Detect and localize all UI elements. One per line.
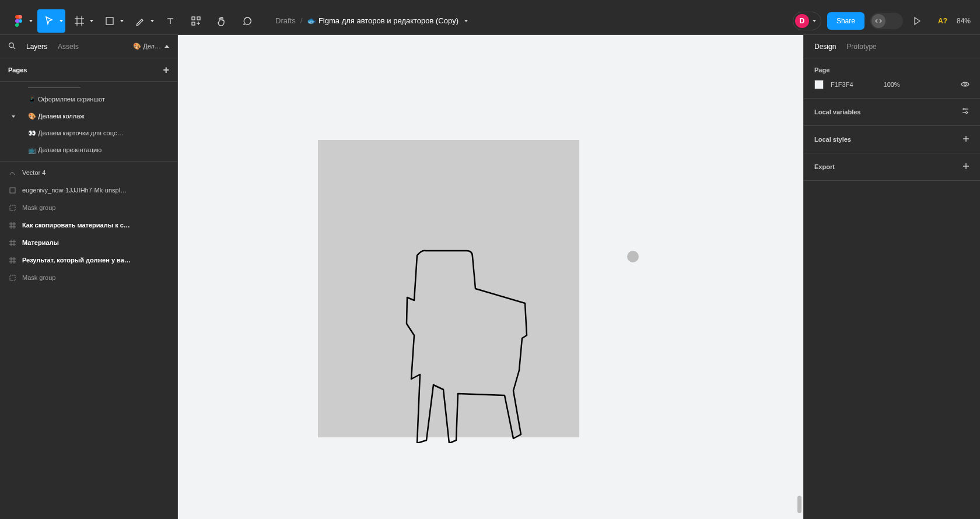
local-variables-title: Local variables <box>814 108 861 115</box>
layer-item[interactable]: Результат, который должен у ва… <box>0 251 177 269</box>
cursor-icon <box>45 16 53 26</box>
chair-vector[interactable] <box>359 245 534 443</box>
layer-item[interactable]: Mask group <box>0 199 177 216</box>
avatar-cluster[interactable]: D <box>793 12 821 30</box>
figma-logo-icon <box>15 15 23 27</box>
zoom-value: 84% <box>957 17 971 25</box>
plus-icon <box>963 135 970 142</box>
prototype-tab[interactable]: Prototype <box>846 43 876 51</box>
svg-line-14 <box>13 47 15 49</box>
page-item-selected[interactable]: 🎨 Делаем коллаж <box>0 108 177 125</box>
export-title: Export <box>814 163 835 170</box>
breadcrumb-filename[interactable]: 🐟 Figma для авторов и редакторов (Copy) <box>307 16 468 25</box>
right-panel-tabs: Design Prototype <box>804 35 980 58</box>
visibility-toggle[interactable] <box>961 79 970 90</box>
svg-rect-29 <box>10 275 15 280</box>
page-section-title: Page <box>814 66 970 73</box>
mask-icon <box>8 205 16 211</box>
page-color-opacity[interactable]: 100% <box>884 81 900 88</box>
vector-icon <box>8 169 16 176</box>
help-button[interactable]: A? <box>935 17 951 25</box>
svg-rect-10 <box>192 22 195 25</box>
design-tab[interactable]: Design <box>814 43 836 51</box>
text-tool-button[interactable] <box>159 9 182 33</box>
dev-mode-knob <box>872 14 886 28</box>
page-label: 📱 Оформляем скриншот <box>28 96 105 103</box>
chevron-down-icon <box>813 20 816 22</box>
hand-icon <box>217 16 226 26</box>
page-color-swatch[interactable] <box>814 80 824 89</box>
chevron-up-icon <box>164 45 169 48</box>
add-style-button[interactable] <box>963 134 970 145</box>
rect-icon <box>8 187 16 194</box>
pen-tool-button[interactable] <box>128 9 156 33</box>
breadcrumb-slash: / <box>300 16 303 25</box>
variables-settings-button[interactable] <box>961 107 970 117</box>
page-label: 👀 Делаем карточки для соцс… <box>28 129 123 137</box>
assets-tab[interactable]: Assets <box>58 43 79 51</box>
zoom-control[interactable]: 84% <box>957 17 973 25</box>
frame-tool-button[interactable] <box>68 9 96 33</box>
page-item[interactable]: 📱 Оформляем скриншот <box>0 91 177 108</box>
chevron-down-icon <box>120 20 124 22</box>
mask-icon <box>8 275 16 281</box>
dev-mode-toggle[interactable] <box>870 13 903 29</box>
check-icon <box>12 115 15 118</box>
layer-label: Результат, который должен у ва… <box>22 257 131 264</box>
frame-icon <box>8 240 16 246</box>
page-list: 📱 Оформляем скриншот 🎨 Делаем коллаж 👀 Д… <box>0 82 177 162</box>
layer-item[interactable]: eugenivy_now-1JJJIHh7-Mk-unspl… <box>0 181 177 199</box>
search-button[interactable] <box>8 41 16 52</box>
page-item[interactable]: 📺 Делаем презентацию <box>0 142 177 159</box>
layer-list: Vector 4 eugenivy_now-1JJJIHh7-Mk-unspl…… <box>0 162 177 519</box>
rectangle-icon <box>106 17 114 25</box>
layer-label: Как скопировать материалы к с… <box>22 222 130 229</box>
present-button[interactable] <box>909 17 929 25</box>
hand-tool-button[interactable] <box>210 9 233 33</box>
layer-item[interactable]: Vector 4 <box>0 164 177 181</box>
move-tool-button[interactable] <box>37 9 65 33</box>
canvas-handle-dot[interactable] <box>627 251 639 262</box>
page-color-hex[interactable]: F1F3F4 <box>831 81 853 88</box>
shape-tool-button[interactable] <box>98 9 126 33</box>
page-label: 📺 Делаем презентацию <box>28 146 102 154</box>
vertical-scrollbar[interactable] <box>796 35 802 519</box>
frame-icon <box>8 257 16 264</box>
main-area: Layers Assets 🎨 Дел… Pages + 📱 Оформляем… <box>0 35 980 519</box>
layer-label: Материалы <box>22 239 59 246</box>
page-item-stub[interactable] <box>0 84 177 91</box>
code-icon <box>875 18 882 24</box>
page-fill-row: F1F3F4 100% <box>814 79 970 90</box>
local-variables-section: Local variables <box>804 99 980 126</box>
comment-icon <box>243 16 252 26</box>
resources-tool-button[interactable] <box>184 9 208 33</box>
plus-icon <box>963 163 970 170</box>
comment-tool-button[interactable] <box>236 9 259 33</box>
left-panel: Layers Assets 🎨 Дел… Pages + 📱 Оформляем… <box>0 35 178 519</box>
breadcrumb-drafts[interactable]: Drafts <box>275 16 296 25</box>
page-selector-dropdown[interactable]: 🎨 Дел… <box>133 43 169 50</box>
share-button[interactable]: Share <box>827 12 864 30</box>
resources-icon <box>191 16 201 26</box>
svg-rect-5 <box>106 17 113 24</box>
page-section: Page F1F3F4 100% <box>804 58 980 99</box>
page-divider-stub <box>28 87 80 88</box>
layer-label: Vector 4 <box>22 169 46 176</box>
toolbar-right: D Share A? 84% <box>793 12 973 30</box>
layers-tab[interactable]: Layers <box>26 43 47 51</box>
page-item[interactable]: 👀 Делаем карточки для соцс… <box>0 125 177 142</box>
svg-point-0 <box>19 19 22 23</box>
layer-item[interactable]: Как скопировать материалы к с… <box>0 216 177 234</box>
scrollbar-thumb[interactable] <box>797 496 802 513</box>
filename-text: 🐟 Figma для авторов и редакторов (Copy) <box>307 16 459 25</box>
svg-rect-9 <box>197 17 200 20</box>
layer-item[interactable]: Mask group <box>0 269 177 286</box>
pages-header: Pages + <box>0 58 177 82</box>
main-menu-button[interactable] <box>7 9 35 33</box>
add-export-button[interactable] <box>963 162 970 172</box>
svg-point-32 <box>964 108 965 110</box>
layer-item[interactable]: Материалы <box>0 234 177 251</box>
canvas[interactable] <box>178 35 803 519</box>
add-page-button[interactable]: + <box>163 65 169 75</box>
chevron-down-icon <box>464 20 468 22</box>
